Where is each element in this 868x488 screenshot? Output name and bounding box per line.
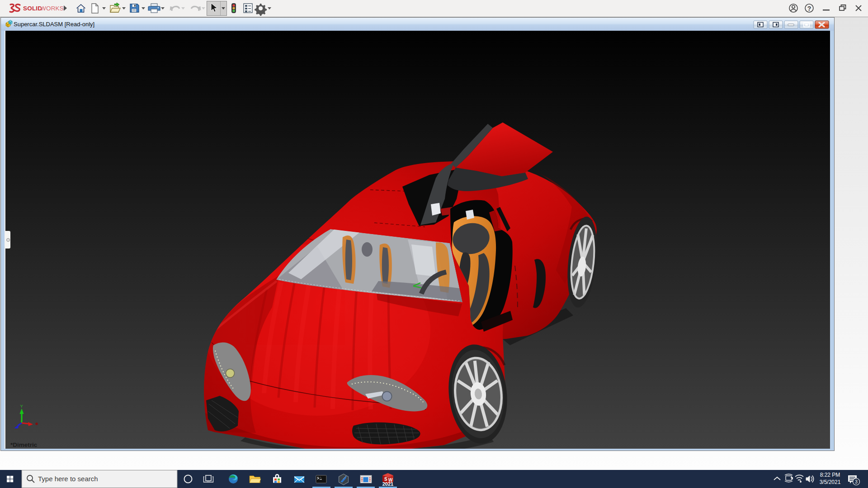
svg-text:SOLID: SOLID [23, 5, 42, 12]
svg-text:WORKS: WORKS [40, 5, 64, 12]
svg-text:2021: 2021 [382, 481, 393, 487]
svg-text:Type here to search: Type here to search [38, 475, 98, 483]
svg-text:Y: Y [20, 404, 24, 408]
svg-text:C:\: C:\ [317, 477, 321, 479]
svg-text:?: ? [807, 5, 811, 12]
svg-text:3: 3 [855, 479, 858, 484]
